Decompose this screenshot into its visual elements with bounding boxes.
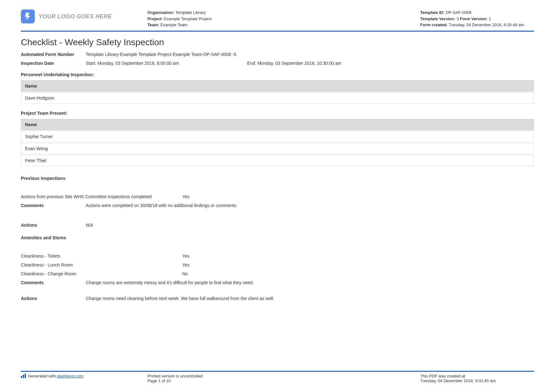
personnel-heading: Personnel Undertaking Inspection: [21,72,534,77]
team-member: Evan Wong [21,143,534,154]
team-member: Sophie Turner [21,131,534,142]
table-row: Sophie Turner [21,131,534,142]
project-value: Example Template Project [164,16,212,21]
footer-page-number: Page 1 of 10 [147,378,420,383]
personnel-name: Dave Hodgson [21,92,534,104]
dashpivot-icon [21,374,26,378]
previous-inspections-heading: Previous Inspections [21,176,534,181]
form-created-label: Form created: [420,22,448,27]
document-footer: Generated with dashpivot.com Printed ver… [21,371,534,383]
team-col-name: Name [21,119,534,130]
project-label: Project: [147,16,163,21]
amenities-actions-value: Change rooms need cleaning before next w… [86,296,534,301]
footer-right: This PDF was created at Tuesday, 04 Dece… [420,374,534,383]
inspection-date-label: Inspection Date [21,61,86,66]
personnel-table: Name Dave Hodgson [21,80,534,104]
logo-placeholder-text: YOUR LOGO GOES HERE [39,13,112,20]
header-meta-right: Template ID: DP-SAF-0008 Template Versio… [420,9,534,28]
template-id-value: DP-SAF-0008 [446,10,471,15]
amenities-item-value: No [182,271,534,276]
previous-comments-row: Comments Actions were completed on 30/08… [21,203,534,208]
form-created-value: Tuesday, 04 December 2018, 8:28:49 am [449,22,524,27]
amenities-comments-value: Change rooms are extremely messy and it'… [86,280,534,285]
amenities-item-label: Cleanliness - Lunch Room [21,262,182,267]
template-version-label: Template Version: [420,16,455,21]
inspection-date-end: End: Monday, 03 September 2018, 10:30:00… [247,61,534,66]
dashpivot-link[interactable]: dashpivot.com [57,374,84,378]
amenities-item-label: Cleanliness - Change Room [21,271,182,276]
form-number-value: Template Library-Example Template Projec… [86,52,534,57]
footer-created-label: This PDF was created at [420,374,534,378]
personnel-col-name: Name [21,80,534,92]
previous-q1-label: Actions from previous Site WHS Committee… [21,194,182,199]
previous-comments-label: Comments [21,203,86,208]
previous-q1-row: Actions from previous Site WHS Committee… [21,194,534,199]
previous-actions-label: Actions [21,223,86,228]
amenities-row: Cleanliness - Toilets Yes [21,254,534,259]
form-version-label: Form Version: [460,16,488,21]
inspection-date-start: Start: Monday, 03 September 2018, 8:00:0… [86,61,247,66]
amenities-item-value: Yes [182,254,534,259]
footer-created-timestamp: Tuesday, 04 December 2018, 9:02:45 am [420,378,534,383]
team-present-heading: Project Team Present: [21,111,534,116]
inspection-date-row: Inspection Date Start: Monday, 03 Septem… [21,61,534,66]
amenities-row: Cleanliness - Lunch Room Yes [21,262,534,267]
form-version-value: 2 [489,16,491,21]
form-number-label: Automated Form Number [21,52,86,57]
footer-mid: Printed version is uncontrolled Page 1 o… [147,374,420,383]
amenities-item-label: Cleanliness - Toilets [21,254,182,259]
table-row: Evan Wong [21,143,534,154]
amenities-row: Cleanliness - Change Room No [21,271,534,276]
previous-q1-value: Yes [182,194,534,199]
team-label: Team: [147,22,159,27]
team-present-table: Name Sophie Turner Evan Wong Peter Thiel [21,118,534,167]
previous-actions-row: Actions N/A [21,223,534,228]
amenities-comments-row: Comments Change rooms are extremely mess… [21,280,534,285]
team-member: Peter Thiel [21,155,534,166]
logo-icon [21,9,35,23]
template-id-label: Template ID: [420,10,445,15]
document-header: YOUR LOGO GOES HERE Organisation: Templa… [21,9,534,32]
header-meta-left: Organisation: Template Library Project: … [147,9,420,28]
template-version-value: 3 [457,16,459,21]
team-value: Example Team [160,22,188,27]
logo-block: YOUR LOGO GOES HERE [21,9,147,23]
previous-actions-value: N/A [86,223,534,228]
form-number-row: Automated Form Number Template Library-E… [21,52,534,57]
footer-left: Generated with dashpivot.com [21,374,147,383]
amenities-actions-label: Actions [21,296,86,301]
amenities-comments-label: Comments [21,280,86,285]
org-label: Organisation: [147,10,174,15]
previous-comments-value: Actions were completed on 30/08/18 with … [86,203,534,208]
amenities-heading: Amenities and Stores [21,235,534,240]
table-row: Dave Hodgson [21,92,534,104]
footer-generated-prefix: Generated with [28,374,57,378]
page-title: Checklist - Weekly Safety Inspection [21,37,534,47]
table-row: Peter Thiel [21,155,534,166]
amenities-item-value: Yes [182,262,534,267]
amenities-actions-row: Actions Change rooms need cleaning befor… [21,296,534,301]
org-value: Template Library [175,10,206,15]
footer-uncontrolled: Printed version is uncontrolled [147,374,420,378]
